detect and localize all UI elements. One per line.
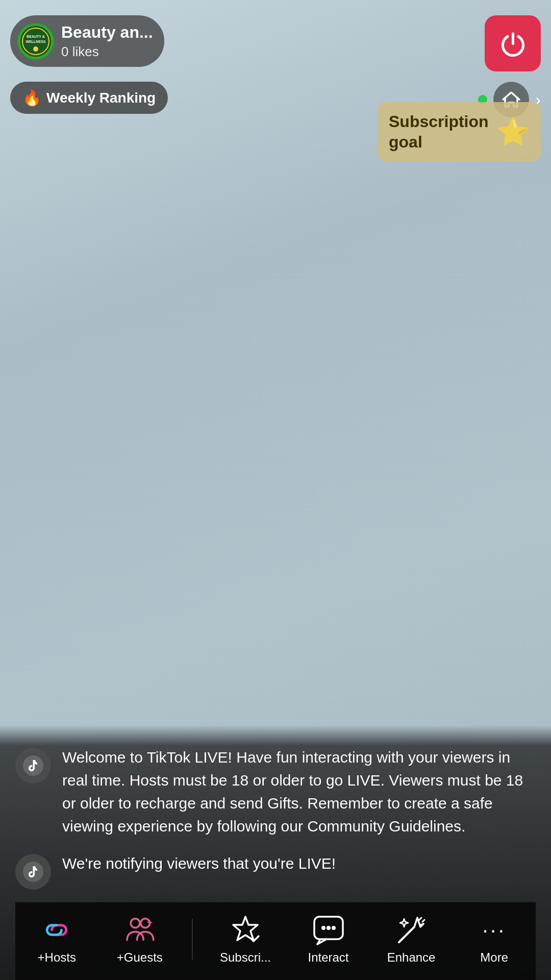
svg-text:+: + — [147, 917, 152, 927]
enhance-icon — [395, 914, 428, 946]
avatar: BEAUTY & WELLNESS — [17, 23, 54, 60]
interact-label: Interact — [308, 950, 349, 965]
subscription-goal-badge[interactable]: Subscription goal ⭐ — [378, 102, 541, 161]
interact-svg-icon — [312, 915, 345, 945]
guests-svg-icon: + — [123, 915, 156, 945]
hosts-icon — [40, 914, 73, 946]
channel-details: Beauty an... 0 likes — [61, 22, 153, 60]
bottom-toolbar: +Hosts + +Guests — [15, 902, 536, 980]
subscribe-svg-icon — [229, 914, 262, 946]
more-dots-icon: ··· — [482, 919, 506, 941]
chat-message-1: Welcome to TikTok LIVE! Have fun interac… — [15, 746, 536, 838]
interact-button[interactable]: Interact — [298, 914, 359, 965]
interact-icon — [312, 914, 345, 946]
more-button[interactable]: ··· More — [464, 914, 525, 965]
channel-likes: 0 likes — [61, 44, 153, 60]
star-icon: ⭐ — [496, 116, 530, 148]
tiktok-icon-2 — [22, 861, 44, 883]
svg-point-7 — [131, 919, 140, 928]
bottom-area: Welcome to TikTok LIVE! Have fun interac… — [0, 725, 551, 980]
more-label: More — [480, 950, 508, 965]
tiktok-icon-1 — [22, 755, 44, 776]
weekly-ranking-label: Weekly Ranking — [46, 90, 156, 106]
weekly-ranking-badge[interactable]: 🔥 Weekly Ranking — [10, 82, 168, 114]
svg-point-13 — [332, 926, 336, 930]
guests-icon: + — [123, 914, 156, 946]
toolbar-divider — [192, 919, 193, 960]
chat-message-2: We're notifying viewers that you're LIVE… — [15, 852, 536, 890]
message-text-1: Welcome to TikTok LIVE! Have fun interac… — [62, 746, 536, 838]
subscribe-button[interactable]: Subscri... — [215, 914, 276, 965]
power-icon — [499, 30, 527, 58]
channel-info-pill[interactable]: BEAUTY & WELLNESS Beauty an... 0 likes — [10, 15, 164, 67]
more-icon: ··· — [478, 914, 511, 946]
hosts-button[interactable]: +Hosts — [26, 914, 87, 965]
svg-text:WELLNESS: WELLNESS — [26, 40, 46, 43]
flame-icon: 🔥 — [22, 89, 41, 107]
svg-line-14 — [399, 927, 414, 942]
svg-point-11 — [321, 926, 325, 930]
channel-name: Beauty an... — [61, 22, 153, 42]
message-text-2: We're notifying viewers that you're LIVE… — [62, 852, 336, 875]
tiktok-logo-2 — [15, 854, 51, 890]
hosts-label: +Hosts — [38, 950, 76, 965]
guests-button[interactable]: + +Guests — [109, 914, 170, 965]
tiktok-logo-1 — [15, 748, 51, 783]
enhance-label: Enhance — [387, 950, 436, 965]
subscription-goal-text: Subscription goal — [389, 111, 489, 152]
subscribe-label: Subscri... — [220, 950, 271, 965]
svg-point-4 — [33, 46, 38, 52]
chat-messages: Welcome to TikTok LIVE! Have fun interac… — [15, 746, 536, 902]
power-button[interactable] — [485, 15, 541, 71]
subscribe-icon — [229, 914, 262, 946]
svg-text:BEAUTY &: BEAUTY & — [27, 35, 45, 38]
enhance-button[interactable]: Enhance — [381, 914, 442, 965]
enhance-svg-icon — [395, 914, 428, 946]
top-overlay: BEAUTY & WELLNESS Beauty an... 0 likes — [0, 0, 551, 71]
svg-point-12 — [327, 926, 331, 930]
guests-label: +Guests — [117, 950, 163, 965]
hosts-svg-icon — [40, 916, 73, 944]
